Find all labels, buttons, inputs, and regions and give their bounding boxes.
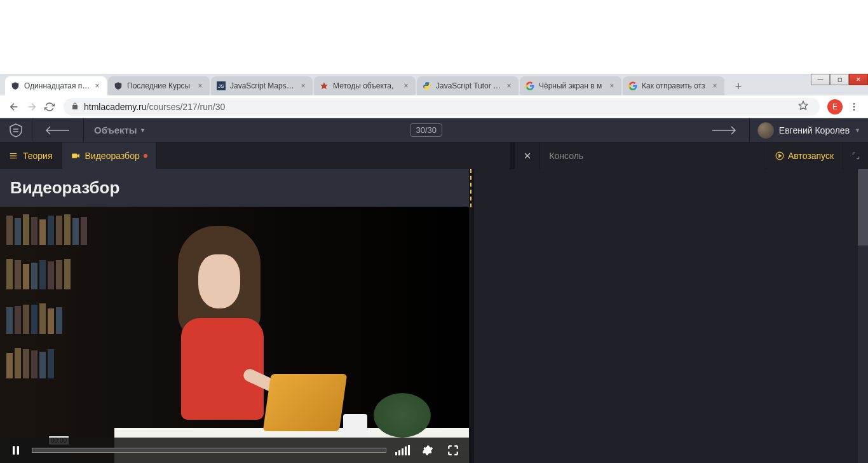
close-pane-button[interactable] [515,142,540,169]
settings-button[interactable] [417,439,438,461]
video-controls [0,438,469,463]
tab-theory[interactable]: Теория [0,142,62,169]
svg-point-4 [853,109,855,111]
tab-close-button[interactable]: × [196,81,205,90]
svg-point-3 [853,106,855,107]
tab-title: Как отправить отз [642,81,708,90]
fullscreen-button[interactable] [442,439,464,461]
tab-title: Последние Курсы [127,81,193,90]
bookmark-star-icon[interactable] [794,100,812,113]
browser-tab[interactable]: Методы объекта,× [314,76,416,95]
video-icon [71,151,80,160]
video-player[interactable]: 00:00 [0,207,469,463]
tab-console[interactable]: Консоль [540,142,766,169]
url-host: htmlacademy.ru [84,102,147,112]
tab-title: JavaScript Tutor - V [436,81,502,90]
favicon-icon [10,81,20,91]
tab-theory-label: Теория [23,151,53,161]
next-lesson-button[interactable] [698,126,749,135]
favicon-icon: JS [216,81,226,91]
tab-title: JavaScript Maps vs [230,81,296,90]
autorun-toggle[interactable]: Автозапуск [766,142,843,169]
nav-reload-button[interactable] [41,98,58,116]
chevron-down-icon: ▼ [855,127,860,134]
window-close-button[interactable]: ✕ [849,74,868,85]
tab-title: Чёрный экран в м [539,81,605,90]
video-frame [0,207,469,463]
lock-icon [71,102,79,112]
course-dropdown[interactable]: Объекты ▾ [84,125,154,135]
course-name-label: Объекты [94,125,137,135]
nav-forward-button[interactable] [23,98,41,116]
profile-button[interactable]: E [827,99,843,114]
blank-region [0,0,868,74]
browser-tab[interactable]: Чёрный экран в м× [520,76,621,95]
page-title: Видеоразбор [0,169,469,207]
new-tab-button[interactable]: + [729,78,747,95]
user-name-label: Евгений Королев [779,125,850,135]
svg-marker-0 [320,82,328,89]
browser-menu-button[interactable] [845,98,863,116]
tab-close-button[interactable]: × [299,81,308,90]
window-maximize-button[interactable]: ◻ [830,74,849,85]
window-controls: — ◻ ✕ [811,74,868,85]
pane-splitter[interactable] [469,169,474,463]
favicon-icon [422,81,432,91]
progress-badge: 30/30 [410,123,442,137]
svg-point-2 [853,103,855,105]
app-header: Объекты ▾ 30/30 Евгений Королев ▼ [0,118,868,142]
left-pane: Видеоразбор 00: [0,169,469,463]
main-split: Видеоразбор 00: [0,169,868,463]
tab-video-label: Видеоразбор [85,151,140,161]
browser-tab[interactable]: JavaScript Tutor - V× [417,76,519,95]
browser-tab[interactable]: Как отправить отз× [623,76,724,95]
expand-pane-button[interactable] [843,142,868,169]
tab-close-button[interactable]: × [93,81,102,90]
tab-video[interactable]: Видеоразбор [62,142,157,169]
tab-close-button[interactable]: × [505,81,513,90]
prev-lesson-button[interactable] [32,126,83,135]
nav-back-button[interactable] [5,98,23,116]
svg-rect-11 [13,446,15,454]
chevron-down-icon: ▾ [141,127,144,134]
user-menu[interactable]: Евгений Королев ▼ [749,118,868,142]
list-icon [9,151,18,160]
browser-tab[interactable]: Одиннадцатая про× [5,76,107,95]
tab-console-label: Консоль [549,151,583,161]
svg-rect-8 [72,154,77,158]
volume-bars-icon [395,445,410,455]
favicon-icon [113,81,123,91]
pause-button[interactable] [5,439,27,461]
app-tabs-row: Теория Видеоразбор Консоль Автозапуск [0,142,868,169]
browser-tab-strip: Одиннадцатая про×Последние Курсы×JSJavaS… [0,74,868,95]
console-pane [474,169,868,463]
favicon-icon [319,81,329,91]
address-bar[interactable]: htmlacademy.ru/courses/217/run/30 [64,98,820,116]
svg-marker-10 [779,155,782,158]
app-logo[interactable] [0,123,32,138]
scrollbar[interactable] [858,169,868,463]
scrollbar-thumb[interactable] [858,169,868,245]
url-path: /courses/217/run/30 [147,102,226,112]
browser-toolbar: htmlacademy.ru/courses/217/run/30 E [0,95,868,118]
volume-button[interactable] [391,439,413,461]
window-minimize-button[interactable]: — [811,74,830,85]
svg-marker-1 [799,101,807,109]
browser-tab[interactable]: Последние Курсы× [108,76,210,95]
favicon-icon [525,81,535,91]
notification-dot [144,154,147,158]
tab-close-button[interactable]: × [607,81,616,90]
tab-close-button[interactable]: × [402,81,410,90]
autorun-label: Автозапуск [788,151,834,161]
play-circle-icon [775,151,784,160]
avatar [757,122,774,139]
svg-rect-12 [17,446,19,454]
browser-tab[interactable]: JSJavaScript Maps vs× [211,76,313,95]
tab-close-button[interactable]: × [710,81,719,90]
video-progress-bar[interactable] [32,448,386,453]
favicon-icon [628,81,638,91]
tab-title: Методы объекта, [333,81,399,90]
tab-title: Одиннадцатая про [24,81,90,90]
